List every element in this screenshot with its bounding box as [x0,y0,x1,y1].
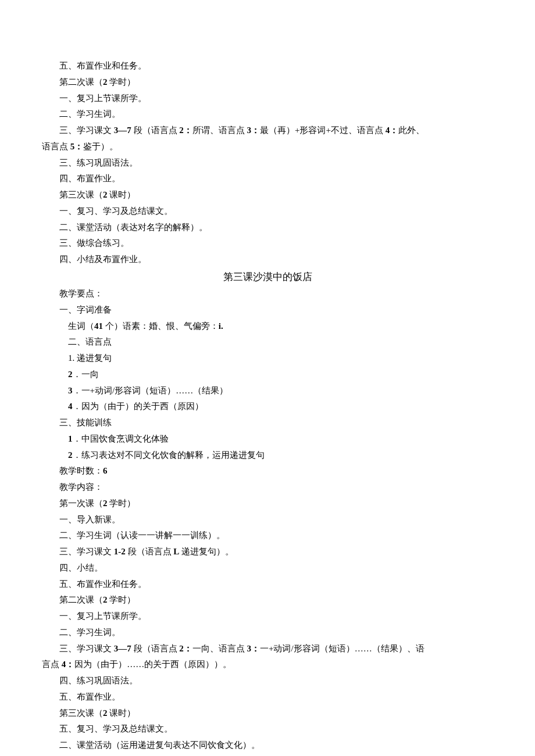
body-line-wrap: 语言点 5：鉴于）。 [42,139,493,155]
text: 教学时数： [59,466,103,475]
number: 2 [103,499,108,508]
body-subline: 2．练习表达对不同文化饮食的解释，运用递进复句 [42,447,493,464]
body-line: 二、学习生词。 [42,106,493,123]
text: ．一+动词/形容词（短语）……（结果） [73,386,229,395]
number: 41 [94,321,103,331]
text: 语言点 [42,142,70,151]
body-line: 二、课堂活动（表达对名字的解释）。 [42,220,493,236]
number: 2 [68,370,73,379]
text: 课时） [108,708,136,718]
body-line: 四、小结。 [42,560,493,576]
body-subline: 4．因为（由于）的关于西（原因） [42,399,493,415]
text: 第二次课（ [59,77,103,87]
number: 4： [62,660,75,669]
number: 2 [103,595,108,604]
text: ．练习表达对不同文化饮食的解释，运用递进复句 [73,450,265,460]
text: 一向、语言点 [192,644,247,653]
number: 4： [386,126,399,135]
number: 2 [68,450,73,460]
body-line: 教学内容： [42,479,493,496]
text: 段（语言点 [131,644,180,653]
text: 递进复句）。 [179,547,234,556]
number: 2： [179,126,192,135]
text: 此外、 [398,126,425,135]
body-line: 第一次课（2 学时） [42,496,493,512]
text: ．因为（由于）的关于西（原因） [73,402,204,411]
body-subline: 1．中国饮食烹调文化体验 [42,431,493,447]
number: 2 [103,190,108,199]
body-line: 二、学习生词。 [42,625,493,641]
body-subline: 3．一+动词/形容词（短语）……（结果） [42,383,493,399]
body-subline: 1. 递进复句 [42,350,493,367]
number: 2 [103,708,108,718]
text: 学时） [108,77,136,87]
number: 3—7 [114,644,131,653]
body-line: 一、导入新课。 [42,512,493,528]
number: 1-2 [114,547,126,556]
text: 第三次课（ [59,190,103,199]
text: 学时） [108,595,136,604]
number: i. [219,321,223,331]
body-line: 第二次课（2 学时） [42,74,493,91]
body-line: 四、练习巩固语法。 [42,673,493,689]
body-line-wrap: 言点 4：因为（由于）……的关于西（原因））。 [42,657,493,673]
body-line: 第三次课（2 课时） [42,187,493,203]
text: 鉴于）。 [83,142,118,151]
body-line: 第二次课（2 学时） [42,592,493,608]
body-line: 三、学习课文 3—7 段（语言点 2：所谓、语言点 3：最（再）+形容词+不过、… [42,123,493,139]
text: 一+动词/形容词（短语）……（结果）、语 [260,644,425,653]
body-line: 一、复习、学习及总结课文。 [42,203,493,220]
lesson-heading: 第三课沙漠中的饭店 [42,268,493,286]
text: 所谓、语言点 [192,126,247,135]
body-line: 四、做综合练习。 [42,754,493,756]
number: L [173,547,179,556]
body-line: 一、字词准备 [42,302,493,318]
number: 3： [247,126,261,135]
body-line: 一、复习上节课所学。 [42,608,493,625]
text: 三、学习课文 [59,547,114,556]
text: 学时） [108,499,136,508]
text: ．一向 [73,370,99,379]
number: 2 [103,77,108,87]
body-subline: 生词（41 个）语素：婚、恨、气偏旁：i. [42,318,493,335]
body-subline: 2．一向 [42,367,493,383]
number: 1 [68,434,73,443]
text: 第二次课（ [59,595,103,604]
body-line: 教学要点： [42,286,493,302]
text: ．中国饮食烹调文化体验 [73,434,169,443]
text: 个）语素：婚、恨、气偏旁： [103,321,219,331]
body-line: 四、小结及布置作业。 [42,252,493,268]
document-page: 五、布置作业和任务。 第二次课（2 学时） 一、复习上节课所学。 二、学习生词。… [0,0,535,756]
body-line: 二、课堂活动（运用递进复句表达不同饮食文化）。 [42,737,493,754]
body-line: 五、复习、学习及总结课文。 [42,721,493,737]
text: 三、学习课文 [59,126,114,135]
body-line: 五、布置作业和任务。 [42,576,493,593]
body-line: 五、布置作业和任务。 [42,58,493,74]
text: 生词（ [68,321,94,331]
number: 3—7 [114,126,131,135]
text: 课时） [108,190,136,199]
body-line: 第三次课（2 课时） [42,705,493,722]
number: 4 [68,402,73,411]
text: 第一次课（ [59,499,103,508]
text: 因为（由于）……的关于西（原因））。 [74,660,231,669]
body-line: 四、布置作业。 [42,171,493,187]
body-subline: 二、语言点 [42,334,493,350]
number: 3 [68,386,73,395]
body-line: 一、复习上节课所学。 [42,91,493,107]
number: 6 [103,466,108,475]
body-line: 三、学习课文 1-2 段（语言点 L 递进复句）。 [42,544,493,560]
body-line: 教学时数：6 [42,463,493,479]
number: 2： [179,644,192,653]
text: 言点 [42,660,62,669]
text: 三、学习课文 [59,644,114,653]
body-line: 三、做综合练习。 [42,235,493,252]
text: 段（语言点 [126,547,174,556]
text: 第三次课（ [59,708,103,718]
number: 5： [70,142,84,151]
body-line: 三、技能训练 [42,415,493,431]
text: 段（语言点 [131,126,180,135]
body-line: 五、布置作业。 [42,689,493,705]
body-line: 三、练习巩固语法。 [42,155,493,171]
body-line: 三、学习课文 3—7 段（语言点 2：一向、语言点 3：一+动词/形容词（短语）… [42,641,493,657]
